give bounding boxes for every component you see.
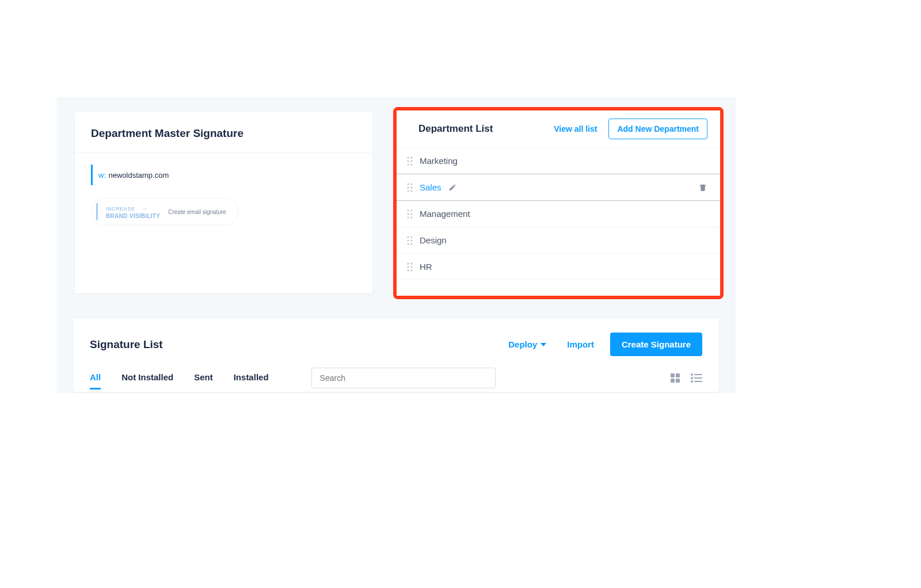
svg-point-0: [408, 156, 409, 158]
svg-point-1: [411, 156, 413, 158]
department-name: Sales: [420, 182, 442, 192]
signature-list-header: Signature List Deploy Import Create Sign…: [74, 319, 718, 363]
svg-point-6: [408, 183, 409, 185]
promo-line1: INCREASE: [106, 206, 135, 212]
create-signature-button[interactable]: Create Signature: [610, 333, 702, 356]
promo-cta-text: Create email signature: [168, 209, 226, 215]
department-name: Management: [420, 209, 470, 219]
accent-bar-light: [96, 203, 98, 220]
tab-sent[interactable]: Sent: [194, 366, 213, 390]
signature-text: w: newoldstamp.com: [98, 170, 169, 180]
panel-signature-list: Signature List Deploy Import Create Sign…: [74, 319, 718, 392]
department-name: Design: [420, 235, 447, 245]
department-name: HR: [420, 262, 432, 272]
svg-point-22: [408, 243, 409, 245]
svg-point-16: [408, 216, 409, 218]
drag-handle-icon[interactable]: [407, 183, 413, 192]
promo-line2: BRAND VISIBILITY: [106, 213, 160, 219]
svg-point-3: [411, 160, 413, 162]
svg-point-25: [411, 262, 413, 264]
svg-point-5: [411, 163, 413, 165]
svg-point-14: [408, 213, 409, 215]
svg-point-11: [411, 190, 413, 192]
tab-not-installed[interactable]: Not Installed: [121, 366, 173, 390]
svg-point-10: [408, 190, 409, 192]
department-name: Marketing: [420, 156, 458, 166]
panel-master-signature: Department Master Signature w: newoldsta…: [75, 112, 372, 293]
drag-handle-icon[interactable]: [407, 236, 413, 245]
grid-view-icon[interactable]: [670, 373, 680, 383]
promo-text-group: INCREASE → BRAND VISIBILITY: [106, 205, 160, 219]
drag-handle-icon[interactable]: [407, 209, 413, 219]
signature-preview: w: newoldstamp.com INCREASE → BRAND VISI…: [75, 153, 372, 237]
panel-department-list-highlight: Department List View all list Add New De…: [393, 107, 724, 299]
svg-point-34: [691, 373, 693, 376]
signature-list-toolbar: All Not Installed Sent Installed: [74, 363, 718, 390]
svg-point-8: [408, 186, 409, 188]
svg-point-4: [408, 163, 409, 165]
caret-down-icon: [541, 343, 546, 346]
accent-bar: [91, 165, 93, 185]
svg-point-27: [411, 266, 413, 268]
svg-point-7: [411, 183, 413, 185]
add-new-department-button[interactable]: Add New Department: [608, 119, 707, 139]
deploy-button[interactable]: Deploy: [508, 339, 546, 349]
signature-promo-badge: INCREASE → BRAND VISIBILITY Create email…: [91, 198, 238, 226]
panel-master-title: Department Master Signature: [75, 112, 372, 153]
arrow-right-icon: →: [141, 205, 148, 213]
svg-point-26: [408, 266, 409, 268]
view-all-list-link[interactable]: View all list: [554, 124, 597, 133]
signature-list-title: Signature List: [90, 338, 508, 351]
drag-handle-icon[interactable]: [407, 156, 413, 166]
svg-point-29: [411, 269, 413, 271]
svg-rect-33: [676, 379, 680, 383]
svg-point-20: [408, 239, 409, 241]
search-input[interactable]: [311, 368, 496, 388]
svg-rect-31: [676, 373, 680, 377]
svg-rect-30: [671, 373, 675, 377]
svg-point-38: [691, 380, 693, 383]
department-row-management[interactable]: Management: [397, 201, 720, 227]
edit-icon[interactable]: [448, 184, 456, 192]
department-list-header: Department List View all list Add New De…: [397, 110, 720, 148]
svg-point-19: [411, 236, 413, 238]
svg-point-36: [691, 377, 693, 379]
svg-point-18: [408, 236, 409, 238]
svg-point-24: [408, 262, 409, 264]
svg-rect-32: [671, 379, 675, 383]
svg-point-28: [408, 269, 409, 271]
trash-icon[interactable]: [698, 183, 707, 192]
signature-prefix: w:: [98, 171, 106, 180]
svg-rect-35: [694, 374, 702, 375]
svg-point-17: [411, 216, 413, 218]
panel-department-list: Department List View all list Add New De…: [397, 110, 720, 296]
svg-point-15: [411, 213, 413, 215]
svg-point-21: [411, 239, 413, 241]
signature-domain: newoldstamp.com: [108, 171, 169, 180]
svg-rect-37: [694, 377, 702, 379]
svg-point-9: [411, 186, 413, 188]
department-row-design[interactable]: Design: [397, 227, 720, 254]
department-list-title: Department List: [418, 123, 554, 135]
import-button[interactable]: Import: [567, 339, 594, 349]
signature-line-website: w: newoldstamp.com: [91, 165, 356, 185]
drag-handle-icon[interactable]: [407, 262, 413, 272]
view-toggle-group: [670, 373, 702, 383]
department-row-sales[interactable]: Sales: [397, 174, 720, 201]
deploy-label: Deploy: [508, 339, 537, 349]
svg-point-23: [411, 243, 413, 245]
department-row-marketing[interactable]: Marketing: [397, 148, 720, 174]
tab-all[interactable]: All: [90, 366, 101, 390]
tab-installed[interactable]: Installed: [234, 366, 269, 390]
list-view-icon[interactable]: [691, 373, 702, 383]
svg-point-2: [408, 160, 409, 162]
svg-point-12: [408, 209, 409, 211]
svg-rect-39: [694, 381, 702, 382]
department-row-hr[interactable]: HR: [397, 254, 720, 280]
svg-point-13: [411, 209, 413, 211]
